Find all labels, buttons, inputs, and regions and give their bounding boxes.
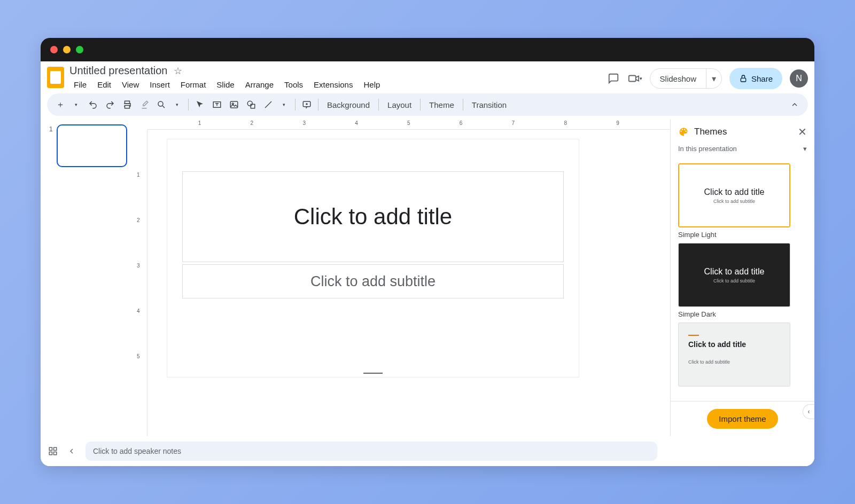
speaker-notes-input[interactable]: Click to add speaker notes [86, 442, 657, 461]
palette-icon [678, 127, 689, 137]
footer: Click to add speaker notes ‹ [41, 436, 814, 466]
svg-point-8 [247, 101, 252, 106]
menu-file[interactable]: File [69, 79, 91, 90]
themes-title: Themes [694, 127, 792, 137]
title-area: Untitled presentation ☆ File Edit View I… [69, 65, 607, 90]
menu-edit[interactable]: Edit [93, 79, 115, 90]
themes-panel: Themes ✕ In this presentation ▾ Click to… [670, 119, 814, 436]
svg-rect-13 [49, 452, 52, 455]
layout-button[interactable]: Layout [382, 100, 417, 109]
svg-rect-14 [54, 452, 57, 455]
transition-button[interactable]: Transition [467, 100, 512, 109]
subtitle-placeholder[interactable]: Click to add subtitle [182, 264, 564, 298]
traffic-minimize[interactable] [63, 46, 71, 53]
main-area: 1 Click to add title Click to add subtit… [41, 119, 814, 436]
theme-name-0: Simple Light [678, 231, 807, 239]
svg-rect-1 [741, 78, 745, 82]
zoom-button[interactable] [153, 97, 169, 113]
app-window: Untitled presentation ☆ File Edit View I… [41, 38, 814, 466]
image-tool[interactable] [226, 97, 242, 113]
toolbar: ＋ ▾ ▾ [47, 93, 808, 116]
menu-arrange[interactable]: Arrange [241, 79, 278, 90]
svg-rect-0 [628, 76, 635, 82]
theme-simple-dark[interactable]: Click to add title Click to add subtitle [678, 243, 790, 307]
slides-logo-icon [47, 67, 64, 88]
macos-titlebar [41, 38, 814, 61]
redo-button[interactable] [102, 97, 118, 113]
menu-insert[interactable]: Insert [145, 79, 174, 90]
new-slide-button[interactable]: ＋ [52, 97, 68, 113]
import-theme-button[interactable]: Import theme [707, 409, 778, 429]
line-tool[interactable] [260, 97, 276, 113]
menu-slide[interactable]: Slide [212, 79, 238, 90]
themes-subhead[interactable]: In this presentation ▾ [671, 145, 814, 157]
collapse-toolbar-button[interactable] [787, 97, 803, 113]
svg-rect-3 [125, 106, 130, 108]
themes-list: Click to add title Click to add subtitle… [671, 157, 814, 401]
comment-add-button[interactable] [299, 97, 315, 113]
slideshow-group: Slideshow ▾ [650, 68, 722, 89]
title-placeholder[interactable]: Click to add title [182, 171, 564, 262]
textbox-tool[interactable] [209, 97, 225, 113]
show-sidepanel-button[interactable]: ‹ [803, 404, 814, 419]
theme-button[interactable]: Theme [424, 100, 460, 109]
slide-panel: 1 [41, 119, 133, 436]
record-video-button[interactable]: ▾ [628, 73, 642, 84]
new-slide-dropdown[interactable]: ▾ [68, 97, 84, 113]
star-icon[interactable]: ☆ [174, 65, 182, 77]
close-icon[interactable]: ✕ [798, 125, 807, 138]
accent-bar [688, 335, 699, 336]
menu-view[interactable]: View [118, 79, 143, 90]
menu-format[interactable]: Format [176, 79, 211, 90]
slideshow-button[interactable]: Slideshow [650, 69, 706, 88]
traffic-close[interactable] [50, 46, 58, 53]
undo-button[interactable] [85, 97, 101, 113]
print-button[interactable] [119, 97, 135, 113]
slideshow-dropdown[interactable]: ▾ [706, 74, 721, 84]
page-handle[interactable] [363, 373, 383, 374]
share-label: Share [751, 74, 773, 83]
header: Untitled presentation ☆ File Edit View I… [41, 61, 814, 90]
theme-streamline[interactable]: Click to add title Click to add subtitle [678, 322, 790, 387]
ruler-vertical [133, 130, 147, 436]
menu-bar: File Edit View Insert Format Slide Arran… [69, 79, 607, 90]
menu-extensions[interactable]: Extensions [309, 79, 357, 90]
traffic-fullscreen[interactable] [76, 46, 83, 53]
prev-slide-button[interactable] [67, 447, 76, 455]
ruler-horizontal [147, 119, 670, 130]
shape-tool[interactable] [243, 97, 259, 113]
select-tool[interactable] [192, 97, 208, 113]
line-dropdown[interactable]: ▾ [276, 97, 292, 113]
lock-icon [739, 74, 748, 83]
grid-view-button[interactable] [48, 446, 58, 456]
slide-canvas[interactable]: Click to add title Click to add subtitle [167, 139, 579, 377]
chevron-down-icon: ▾ [803, 145, 807, 153]
menu-tools[interactable]: Tools [280, 79, 307, 90]
paint-format-button[interactable] [136, 97, 152, 113]
share-button[interactable]: Share [729, 68, 782, 89]
menu-help[interactable]: Help [359, 79, 384, 90]
avatar[interactable]: N [790, 69, 808, 88]
svg-rect-12 [54, 447, 57, 450]
background-button[interactable]: Background [322, 100, 375, 109]
comments-icon[interactable] [607, 72, 620, 85]
svg-rect-9 [251, 104, 255, 108]
doc-title[interactable]: Untitled presentation [69, 65, 167, 77]
svg-point-4 [158, 101, 163, 106]
svg-rect-6 [230, 101, 238, 108]
zoom-dropdown[interactable]: ▾ [169, 97, 185, 113]
theme-name-1: Simple Dark [678, 310, 807, 318]
slide-number: 1 [49, 125, 53, 133]
svg-rect-11 [49, 447, 52, 450]
header-actions: ▾ Slideshow ▾ Share N [607, 65, 808, 89]
theme-simple-light[interactable]: Click to add title Click to add subtitle [678, 163, 790, 227]
slide-thumbnail-1[interactable] [57, 124, 127, 167]
canvas-area: Click to add title Click to add subtitle [133, 119, 670, 436]
toolbar-wrap: ＋ ▾ ▾ [41, 90, 814, 119]
